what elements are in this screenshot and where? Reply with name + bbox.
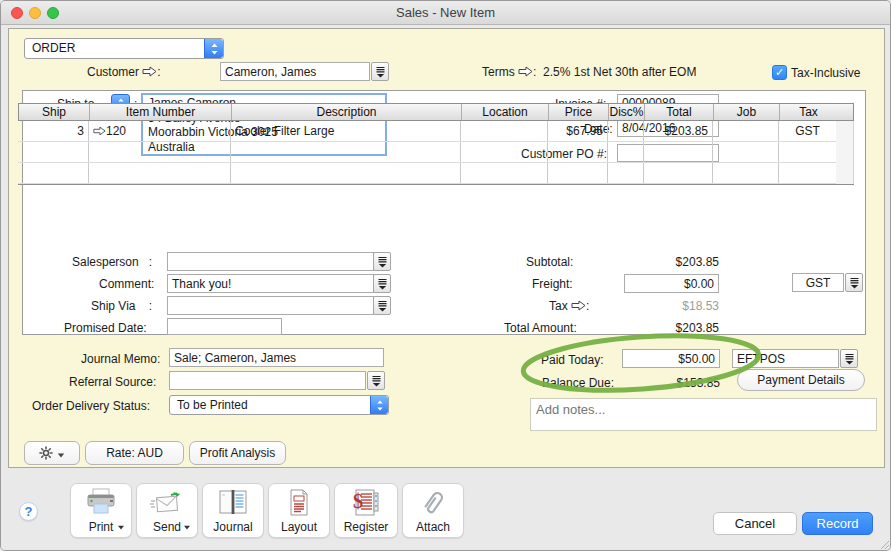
zoom-arrow-icon bbox=[142, 66, 157, 77]
referral-source-dropdown-icon[interactable] bbox=[367, 371, 385, 390]
notes-textarea[interactable] bbox=[530, 398, 877, 431]
cancel-button[interactable]: Cancel bbox=[713, 512, 797, 535]
help-button[interactable]: ? bbox=[19, 502, 38, 521]
tax-inclusive-label: Tax-Inclusive bbox=[791, 66, 860, 80]
comment-input[interactable] bbox=[167, 274, 374, 293]
journal-memo-label: Journal Memo: bbox=[81, 352, 160, 366]
settings-menu-button[interactable] bbox=[24, 441, 80, 465]
attach-label: Attach bbox=[416, 520, 450, 534]
referral-source-label: Referral Source: bbox=[69, 375, 156, 389]
salesperson-input[interactable] bbox=[167, 252, 374, 271]
cell-item-number[interactable]: 120 bbox=[89, 121, 231, 141]
journal-button[interactable]: Journal bbox=[202, 483, 264, 538]
payment-details-button[interactable]: Payment Details bbox=[737, 369, 865, 391]
cell-job[interactable] bbox=[713, 121, 779, 141]
tax-label: Tax : bbox=[549, 299, 589, 313]
total-amount-label: Total Amount: bbox=[504, 321, 577, 335]
salesperson-label: Salesperson : bbox=[72, 255, 152, 269]
freight-tax-code-input[interactable] bbox=[792, 273, 844, 292]
question-icon: ? bbox=[25, 504, 33, 519]
send-envelope-icon bbox=[137, 488, 197, 518]
layout-label: Layout bbox=[281, 520, 317, 534]
cell-total[interactable]: $203.85 bbox=[644, 121, 713, 141]
register-button[interactable]: $ Register bbox=[334, 483, 398, 538]
col-header-location[interactable]: Location bbox=[462, 104, 549, 120]
col-header-tax[interactable]: Tax bbox=[780, 104, 837, 120]
salesperson-dropdown-icon[interactable] bbox=[373, 252, 391, 271]
window-title: Sales - New Item bbox=[1, 5, 890, 20]
cell-tax[interactable]: GST bbox=[779, 121, 836, 141]
cell-ship[interactable]: 3 bbox=[18, 121, 89, 141]
gear-icon bbox=[39, 446, 53, 460]
col-header-disc[interactable]: Disc% bbox=[609, 104, 645, 120]
sale-type-select[interactable]: ORDER bbox=[24, 38, 224, 59]
print-label: Print bbox=[89, 520, 114, 534]
resize-grip[interactable] bbox=[878, 538, 890, 550]
zoom-arrow-icon bbox=[571, 300, 586, 311]
zoom-arrow-icon bbox=[93, 126, 106, 136]
payment-method-dropdown-icon[interactable] bbox=[840, 349, 858, 368]
cell-description[interactable]: Cooler Filter Large bbox=[231, 121, 461, 141]
referral-source-input[interactable] bbox=[169, 371, 366, 390]
ship-via-label: Ship Via : bbox=[91, 299, 152, 313]
title-bar: Sales - New Item bbox=[1, 1, 890, 25]
col-header-description[interactable]: Description bbox=[232, 104, 462, 120]
table-row[interactable]: 3 120 Cooler Filter Large $67.95 $203.85… bbox=[18, 121, 836, 142]
send-button[interactable]: Send bbox=[136, 483, 198, 538]
cell-price[interactable]: $67.95 bbox=[548, 121, 608, 141]
col-header-price[interactable]: Price bbox=[549, 104, 609, 120]
freight-tax-dropdown-icon[interactable] bbox=[845, 273, 863, 292]
journal-memo-input[interactable] bbox=[169, 348, 384, 367]
terms-label: Terms : 2.5% 1st Net 30th after EOM bbox=[482, 65, 696, 79]
freight-input[interactable] bbox=[624, 274, 719, 293]
stepper-icon[interactable] bbox=[204, 39, 223, 58]
customer-input[interactable] bbox=[220, 62, 370, 81]
paid-today-label: Paid Today: bbox=[541, 353, 604, 367]
col-header-total[interactable]: Total bbox=[645, 104, 714, 120]
rate-button[interactable]: Rate: AUD bbox=[85, 441, 184, 465]
paid-today-input[interactable] bbox=[622, 349, 720, 368]
comment-label: Comment: bbox=[99, 277, 154, 291]
col-header-job[interactable]: Job bbox=[714, 104, 780, 120]
table-row-empty[interactable] bbox=[18, 163, 836, 184]
footer-bar: ? Print bbox=[1, 469, 891, 551]
subtotal-label: Subtotal: bbox=[526, 255, 573, 269]
table-row-empty[interactable] bbox=[18, 142, 836, 163]
col-header-ship[interactable]: Ship bbox=[19, 104, 90, 120]
sales-new-item-window: Sales - New Item ORDER Customer : Terms … bbox=[0, 0, 891, 551]
layout-button[interactable]: Layout bbox=[268, 483, 330, 538]
col-header-item-number[interactable]: Item Number bbox=[90, 104, 232, 120]
main-panel: ORDER Customer : Terms : 2.5% 1st Net 30… bbox=[8, 28, 885, 468]
profit-analysis-button[interactable]: Profit Analysis bbox=[189, 441, 286, 465]
tax-inclusive-checkbox[interactable]: ✓ bbox=[772, 65, 787, 80]
ship-via-dropdown-icon[interactable] bbox=[373, 296, 391, 315]
items-table-header: Ship Item Number Description Location Pr… bbox=[18, 103, 854, 121]
table-bottom-border bbox=[18, 184, 854, 185]
order-delivery-status-value: To be Printed bbox=[177, 398, 248, 412]
cell-location[interactable] bbox=[461, 121, 548, 141]
print-button[interactable]: Print bbox=[70, 483, 132, 538]
chevron-down-icon bbox=[58, 453, 64, 457]
comment-dropdown-icon[interactable] bbox=[373, 274, 391, 293]
layout-page-icon bbox=[269, 488, 329, 518]
register-label: Register bbox=[344, 520, 389, 534]
record-button[interactable]: Record bbox=[802, 512, 873, 535]
journal-label: Journal bbox=[213, 520, 252, 534]
order-delivery-status-label: Order Delivery Status: bbox=[32, 399, 150, 413]
cell-disc[interactable] bbox=[608, 121, 644, 141]
register-ledger-icon: $ bbox=[335, 488, 397, 518]
items-table-body: 3 120 Cooler Filter Large $67.95 $203.85… bbox=[18, 121, 836, 184]
stepper-icon[interactable] bbox=[370, 396, 388, 414]
table-scrollbar[interactable] bbox=[836, 121, 854, 184]
total-amount-value: $203.85 bbox=[619, 321, 719, 335]
sale-type-value: ORDER bbox=[32, 41, 75, 55]
ship-via-input[interactable] bbox=[167, 296, 374, 315]
attach-button[interactable]: Attach bbox=[402, 483, 464, 538]
customer-dropdown-icon[interactable] bbox=[371, 62, 389, 81]
order-delivery-status-select[interactable]: To be Printed bbox=[169, 395, 389, 415]
balance-due-label: Balance Due: bbox=[542, 376, 614, 390]
chevron-down-icon bbox=[118, 526, 124, 530]
journal-book-icon bbox=[203, 488, 263, 518]
promised-date-input[interactable] bbox=[167, 318, 282, 335]
payment-method-input[interactable] bbox=[732, 349, 839, 368]
